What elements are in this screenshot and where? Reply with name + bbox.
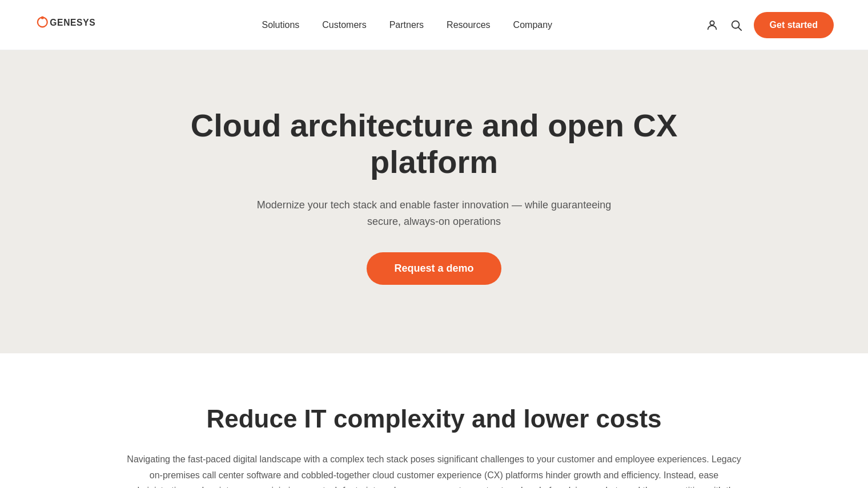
reduce-heading: Reduce IT complexity and lower costs [114, 405, 754, 433]
nav-partners[interactable]: Partners [389, 20, 424, 30]
svg-line-5 [738, 27, 741, 30]
reduce-section: Reduce IT complexity and lower costs Nav… [0, 353, 868, 488]
site-header: GENESYS Solutions Customers Partners Res… [0, 0, 868, 50]
nav-resources[interactable]: Resources [447, 20, 490, 30]
hero-subheading: Modernize your tech stack and enable fas… [240, 197, 628, 230]
search-icon[interactable] [730, 19, 742, 31]
svg-text:GENESYS: GENESYS [50, 18, 95, 27]
request-demo-button[interactable]: Request a demo [367, 252, 501, 285]
reduce-body: Navigating the fast-paced digital landsc… [120, 451, 748, 488]
nav-solutions[interactable]: Solutions [262, 20, 299, 30]
nav-customers[interactable]: Customers [322, 20, 366, 30]
svg-point-1 [41, 16, 44, 19]
user-icon[interactable] [706, 19, 718, 31]
svg-point-3 [710, 21, 714, 25]
hero-heading: Cloud architecture and open CX platform [177, 107, 691, 181]
hero-section: Cloud architecture and open CX platform … [0, 50, 868, 353]
header-actions: Get started [706, 12, 834, 38]
genesys-logo: GENESYS [34, 11, 108, 39]
logo-link[interactable]: GENESYS [34, 11, 108, 39]
get-started-button[interactable]: Get started [754, 12, 834, 38]
nav-company[interactable]: Company [513, 20, 552, 30]
main-nav: Solutions Customers Partners Resources C… [262, 20, 552, 30]
